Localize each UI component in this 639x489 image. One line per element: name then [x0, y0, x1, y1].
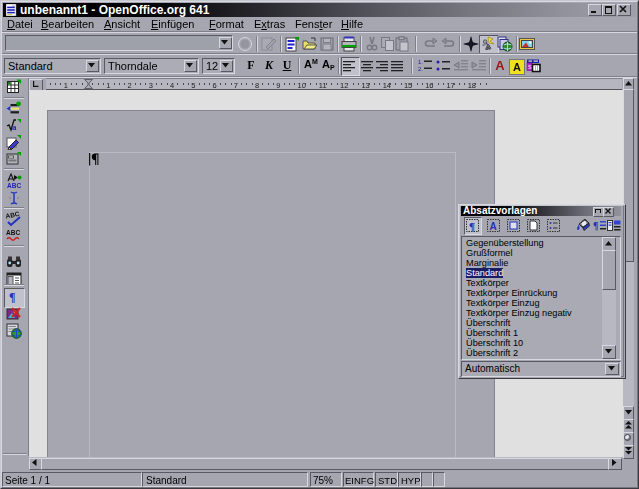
svg-text:2.: 2.: [418, 66, 423, 72]
svg-text:a: a: [12, 122, 17, 132]
svg-text:ABC: ABC: [6, 229, 20, 236]
svg-text:S: S: [528, 64, 532, 70]
svg-text:1.: 1.: [418, 59, 423, 65]
svg-text:¶: ¶: [593, 220, 598, 231]
svg-text:A: A: [490, 221, 497, 232]
svg-text:¶: ¶: [469, 220, 475, 232]
svg-text:ABC: ABC: [7, 182, 21, 189]
